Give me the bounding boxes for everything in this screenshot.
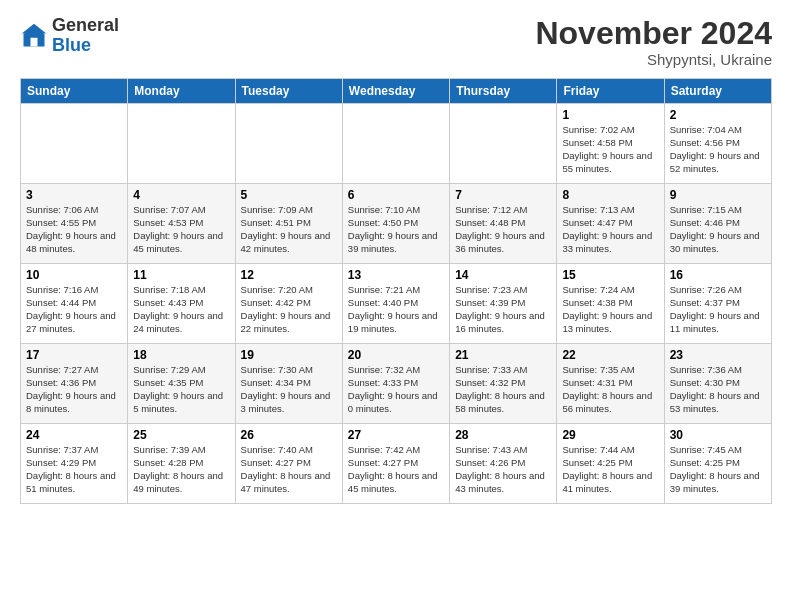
day-info-3-6: Sunrise: 7:36 AM Sunset: 4:30 PM Dayligh…	[670, 364, 766, 415]
week-row-3: 17Sunrise: 7:27 AM Sunset: 4:36 PM Dayli…	[21, 344, 772, 424]
day-info-4-5: Sunrise: 7:44 AM Sunset: 4:25 PM Dayligh…	[562, 444, 658, 495]
day-info-4-3: Sunrise: 7:42 AM Sunset: 4:27 PM Dayligh…	[348, 444, 444, 495]
cell-3-1: 18Sunrise: 7:29 AM Sunset: 4:35 PM Dayli…	[128, 344, 235, 424]
day-num-1-4: 7	[455, 188, 551, 202]
cell-1-6: 9Sunrise: 7:15 AM Sunset: 4:46 PM Daylig…	[664, 184, 771, 264]
day-info-3-4: Sunrise: 7:33 AM Sunset: 4:32 PM Dayligh…	[455, 364, 551, 415]
day-info-4-0: Sunrise: 7:37 AM Sunset: 4:29 PM Dayligh…	[26, 444, 122, 495]
col-saturday: Saturday	[664, 79, 771, 104]
cell-2-1: 11Sunrise: 7:18 AM Sunset: 4:43 PM Dayli…	[128, 264, 235, 344]
cell-3-5: 22Sunrise: 7:35 AM Sunset: 4:31 PM Dayli…	[557, 344, 664, 424]
week-row-0: 1Sunrise: 7:02 AM Sunset: 4:58 PM Daylig…	[21, 104, 772, 184]
cell-4-5: 29Sunrise: 7:44 AM Sunset: 4:25 PM Dayli…	[557, 424, 664, 504]
cell-3-4: 21Sunrise: 7:33 AM Sunset: 4:32 PM Dayli…	[450, 344, 557, 424]
page: General Blue November 2024 Shypyntsi, Uk…	[0, 0, 792, 612]
cell-4-0: 24Sunrise: 7:37 AM Sunset: 4:29 PM Dayli…	[21, 424, 128, 504]
day-info-3-5: Sunrise: 7:35 AM Sunset: 4:31 PM Dayligh…	[562, 364, 658, 415]
logo: General Blue	[20, 16, 119, 56]
day-num-0-5: 1	[562, 108, 658, 122]
cell-0-5: 1Sunrise: 7:02 AM Sunset: 4:58 PM Daylig…	[557, 104, 664, 184]
col-wednesday: Wednesday	[342, 79, 449, 104]
cell-4-3: 27Sunrise: 7:42 AM Sunset: 4:27 PM Dayli…	[342, 424, 449, 504]
day-info-1-5: Sunrise: 7:13 AM Sunset: 4:47 PM Dayligh…	[562, 204, 658, 255]
day-num-1-5: 8	[562, 188, 658, 202]
day-info-1-6: Sunrise: 7:15 AM Sunset: 4:46 PM Dayligh…	[670, 204, 766, 255]
cell-1-1: 4Sunrise: 7:07 AM Sunset: 4:53 PM Daylig…	[128, 184, 235, 264]
cell-2-3: 13Sunrise: 7:21 AM Sunset: 4:40 PM Dayli…	[342, 264, 449, 344]
col-friday: Friday	[557, 79, 664, 104]
cell-2-4: 14Sunrise: 7:23 AM Sunset: 4:39 PM Dayli…	[450, 264, 557, 344]
calendar-header: Sunday Monday Tuesday Wednesday Thursday…	[21, 79, 772, 104]
day-num-4-5: 29	[562, 428, 658, 442]
cell-0-6: 2Sunrise: 7:04 AM Sunset: 4:56 PM Daylig…	[664, 104, 771, 184]
day-num-1-3: 6	[348, 188, 444, 202]
day-info-0-5: Sunrise: 7:02 AM Sunset: 4:58 PM Dayligh…	[562, 124, 658, 175]
day-num-4-1: 25	[133, 428, 229, 442]
day-num-3-4: 21	[455, 348, 551, 362]
day-info-4-6: Sunrise: 7:45 AM Sunset: 4:25 PM Dayligh…	[670, 444, 766, 495]
col-monday: Monday	[128, 79, 235, 104]
logo-blue-text: Blue	[52, 36, 119, 56]
svg-rect-2	[31, 38, 38, 47]
day-num-4-4: 28	[455, 428, 551, 442]
day-num-2-4: 14	[455, 268, 551, 282]
location: Shypyntsi, Ukraine	[535, 51, 772, 68]
day-num-4-6: 30	[670, 428, 766, 442]
day-num-4-2: 26	[241, 428, 337, 442]
cell-2-5: 15Sunrise: 7:24 AM Sunset: 4:38 PM Dayli…	[557, 264, 664, 344]
day-num-2-0: 10	[26, 268, 122, 282]
day-info-2-0: Sunrise: 7:16 AM Sunset: 4:44 PM Dayligh…	[26, 284, 122, 335]
cell-3-3: 20Sunrise: 7:32 AM Sunset: 4:33 PM Dayli…	[342, 344, 449, 424]
header-row: Sunday Monday Tuesday Wednesday Thursday…	[21, 79, 772, 104]
week-row-4: 24Sunrise: 7:37 AM Sunset: 4:29 PM Dayli…	[21, 424, 772, 504]
day-info-2-2: Sunrise: 7:20 AM Sunset: 4:42 PM Dayligh…	[241, 284, 337, 335]
day-num-2-5: 15	[562, 268, 658, 282]
day-num-2-1: 11	[133, 268, 229, 282]
col-tuesday: Tuesday	[235, 79, 342, 104]
day-info-2-5: Sunrise: 7:24 AM Sunset: 4:38 PM Dayligh…	[562, 284, 658, 335]
cell-4-1: 25Sunrise: 7:39 AM Sunset: 4:28 PM Dayli…	[128, 424, 235, 504]
cell-2-6: 16Sunrise: 7:26 AM Sunset: 4:37 PM Dayli…	[664, 264, 771, 344]
day-info-3-2: Sunrise: 7:30 AM Sunset: 4:34 PM Dayligh…	[241, 364, 337, 415]
cell-3-0: 17Sunrise: 7:27 AM Sunset: 4:36 PM Dayli…	[21, 344, 128, 424]
cell-2-2: 12Sunrise: 7:20 AM Sunset: 4:42 PM Dayli…	[235, 264, 342, 344]
cell-0-4	[450, 104, 557, 184]
cell-1-4: 7Sunrise: 7:12 AM Sunset: 4:48 PM Daylig…	[450, 184, 557, 264]
day-info-1-0: Sunrise: 7:06 AM Sunset: 4:55 PM Dayligh…	[26, 204, 122, 255]
cell-4-6: 30Sunrise: 7:45 AM Sunset: 4:25 PM Dayli…	[664, 424, 771, 504]
day-info-1-2: Sunrise: 7:09 AM Sunset: 4:51 PM Dayligh…	[241, 204, 337, 255]
logo-general-text: General	[52, 16, 119, 36]
day-info-2-3: Sunrise: 7:21 AM Sunset: 4:40 PM Dayligh…	[348, 284, 444, 335]
cell-4-4: 28Sunrise: 7:43 AM Sunset: 4:26 PM Dayli…	[450, 424, 557, 504]
cell-0-3	[342, 104, 449, 184]
day-num-3-5: 22	[562, 348, 658, 362]
cell-3-6: 23Sunrise: 7:36 AM Sunset: 4:30 PM Dayli…	[664, 344, 771, 424]
cell-2-0: 10Sunrise: 7:16 AM Sunset: 4:44 PM Dayli…	[21, 264, 128, 344]
calendar-body: 1Sunrise: 7:02 AM Sunset: 4:58 PM Daylig…	[21, 104, 772, 504]
day-num-3-3: 20	[348, 348, 444, 362]
col-thursday: Thursday	[450, 79, 557, 104]
day-num-1-6: 9	[670, 188, 766, 202]
day-num-0-6: 2	[670, 108, 766, 122]
day-num-2-6: 16	[670, 268, 766, 282]
day-info-2-4: Sunrise: 7:23 AM Sunset: 4:39 PM Dayligh…	[455, 284, 551, 335]
day-info-4-4: Sunrise: 7:43 AM Sunset: 4:26 PM Dayligh…	[455, 444, 551, 495]
day-info-3-1: Sunrise: 7:29 AM Sunset: 4:35 PM Dayligh…	[133, 364, 229, 415]
day-info-4-1: Sunrise: 7:39 AM Sunset: 4:28 PM Dayligh…	[133, 444, 229, 495]
cell-1-5: 8Sunrise: 7:13 AM Sunset: 4:47 PM Daylig…	[557, 184, 664, 264]
day-info-2-6: Sunrise: 7:26 AM Sunset: 4:37 PM Dayligh…	[670, 284, 766, 335]
day-num-3-0: 17	[26, 348, 122, 362]
cell-1-0: 3Sunrise: 7:06 AM Sunset: 4:55 PM Daylig…	[21, 184, 128, 264]
col-sunday: Sunday	[21, 79, 128, 104]
day-num-1-0: 3	[26, 188, 122, 202]
day-info-3-3: Sunrise: 7:32 AM Sunset: 4:33 PM Dayligh…	[348, 364, 444, 415]
logo-icon	[20, 22, 48, 50]
day-num-4-0: 24	[26, 428, 122, 442]
cell-1-2: 5Sunrise: 7:09 AM Sunset: 4:51 PM Daylig…	[235, 184, 342, 264]
day-num-1-2: 5	[241, 188, 337, 202]
day-info-1-4: Sunrise: 7:12 AM Sunset: 4:48 PM Dayligh…	[455, 204, 551, 255]
day-num-3-1: 18	[133, 348, 229, 362]
day-info-4-2: Sunrise: 7:40 AM Sunset: 4:27 PM Dayligh…	[241, 444, 337, 495]
day-info-2-1: Sunrise: 7:18 AM Sunset: 4:43 PM Dayligh…	[133, 284, 229, 335]
day-num-2-3: 13	[348, 268, 444, 282]
